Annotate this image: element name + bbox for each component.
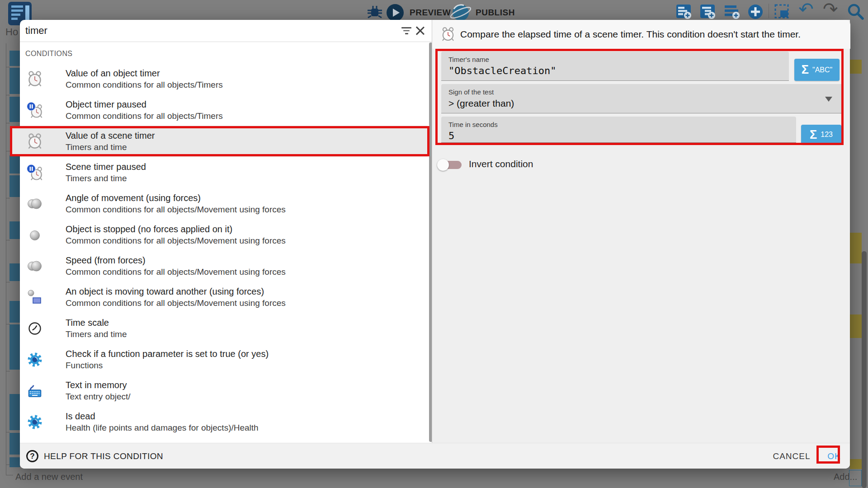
dropdown-arrow-icon[interactable] — [825, 97, 832, 102]
sigma-icon: Σ — [802, 63, 809, 77]
alarm-paused-icon — [26, 164, 43, 181]
condition-item[interactable]: Object timer pausedCommon conditions for… — [20, 94, 428, 126]
field-value[interactable]: 5 — [448, 130, 454, 141]
field-value[interactable]: > (greater than) — [448, 98, 514, 109]
field-label: Time in seconds — [448, 121, 498, 128]
condition-path: Common conditions for all objects/Moveme… — [66, 297, 286, 309]
number-expression-button[interactable]: Σ 123 — [801, 125, 841, 145]
clock-icon — [26, 320, 43, 337]
condition-title: Value of a scene timer — [66, 130, 155, 141]
condition-item[interactable]: Text in memoryText entry object/ — [20, 375, 428, 406]
search-events-icon[interactable] — [846, 3, 866, 21]
time-in-seconds-field[interactable]: Time in seconds 5 — [441, 117, 796, 143]
close-icon[interactable] — [414, 25, 426, 37]
event-row-line — [6, 240, 10, 240]
invert-condition-toggle-knob[interactable] — [437, 159, 449, 171]
add-comment-icon[interactable] — [723, 4, 741, 20]
condition-title: Angle of movement (using forces) — [66, 192, 286, 204]
debugger-icon — [365, 5, 384, 20]
ok-button[interactable]: OK — [821, 450, 847, 463]
publish-button[interactable]: PUBLISH — [476, 8, 515, 18]
condition-title: Speed (from forces) — [66, 254, 286, 266]
alarm-icon — [26, 70, 43, 88]
event-row-line — [6, 432, 10, 432]
paste-icon[interactable] — [774, 4, 791, 20]
condition-item[interactable]: Speed (from forces)Common conditions for… — [20, 250, 428, 282]
divider — [20, 42, 432, 42]
field-value[interactable]: "ObstacleCreation" — [448, 65, 556, 76]
home-tab: Ho — [5, 26, 18, 38]
add-event-icon[interactable] — [675, 4, 693, 20]
undo-icon[interactable]: ↶ — [798, 0, 814, 19]
event-row-line — [6, 465, 10, 465]
ball-object-icon — [26, 289, 43, 306]
condition-item[interactable]: Value of an object timerCommon condition… — [20, 63, 428, 94]
dimmed-action-block — [850, 459, 862, 469]
condition-item[interactable]: Value of a scene timerTimers and time — [20, 126, 428, 157]
condition-item[interactable]: Is deadHealth (life points and damages f… — [20, 406, 428, 437]
condition-title: Is dead — [66, 410, 259, 422]
condition-editor-panel: Compare the elapsed time of a scene time… — [432, 20, 850, 443]
condition-path: Timers and time — [66, 328, 127, 340]
balls-icon — [26, 258, 43, 275]
condition-title: Time scale — [66, 317, 127, 328]
balls-icon — [26, 195, 43, 212]
dimmed-condition-block — [9, 51, 20, 66]
condition-item[interactable]: An object is moving toward another (usin… — [20, 282, 428, 313]
preview-play-icon[interactable] — [386, 4, 404, 22]
events-corner-line — [6, 468, 13, 475]
dimmed-condition-block — [9, 324, 20, 370]
string-expression-button[interactable]: Σ "ABC" — [794, 59, 840, 81]
sign-of-test-field[interactable]: Sign of the test > (greater than) — [441, 84, 842, 113]
event-row-line — [6, 151, 10, 151]
condition-description-header: Compare the elapsed time of a scene time… — [432, 20, 850, 49]
condition-item[interactable]: Angle of movement (using forces)Common c… — [20, 188, 428, 219]
add-circle-icon[interactable] — [747, 4, 764, 20]
help-icon: ? — [26, 450, 38, 462]
condition-path: Common conditions for all objects/Moveme… — [66, 204, 286, 215]
dimmed-condition-block — [9, 175, 20, 197]
field-label: Sign of the test — [448, 88, 494, 96]
dimmed-action-block — [850, 60, 862, 74]
condition-item[interactable]: Object is stopped (no forces applied on … — [20, 219, 428, 250]
dimmed-condition-block — [9, 433, 20, 455]
dimmed-condition-block — [9, 221, 20, 239]
condition-path: Text entry object/ — [66, 391, 131, 402]
condition-title: Object is stopped (no forces applied on … — [66, 223, 286, 235]
timer-name-field[interactable]: Timer's name "ObstacleCreation" — [441, 52, 789, 81]
cancel-button[interactable]: CANCEL — [771, 450, 812, 463]
add-subevent-icon[interactable] — [699, 4, 717, 20]
condition-path: Timers and time — [66, 173, 146, 184]
search-row — [20, 20, 432, 42]
field-label: Timer's name — [448, 56, 489, 63]
keyboard-icon — [26, 382, 43, 399]
help-button[interactable]: ? HELP FOR THIS CONDITION — [26, 443, 163, 469]
conditions-list: Value of an object timerCommon condition… — [20, 63, 428, 440]
alarm-paused-icon — [26, 102, 43, 119]
toolbar-separator — [769, 4, 769, 18]
dialog-footer: ? HELP FOR THIS CONDITION CANCEL OK — [20, 443, 850, 469]
condition-item[interactable]: Time scaleTimers and time — [20, 313, 428, 344]
gear-icon — [26, 351, 43, 368]
dimmed-condition-block — [9, 394, 20, 430]
dimmed-condition-block — [9, 68, 20, 94]
dimmed-condition-block — [9, 457, 20, 467]
dimmed-condition-block — [9, 155, 20, 174]
filter-icon[interactable] — [401, 27, 412, 35]
condition-path: Health (life points and damages for obje… — [66, 422, 259, 433]
preview-button[interactable]: PREVIEW — [410, 8, 451, 18]
condition-path: Timers and time — [66, 141, 155, 153]
condition-path: Common conditions for all objects/Moveme… — [66, 235, 286, 246]
condition-path: Common conditions for all objects/Moveme… — [66, 266, 286, 277]
condition-item[interactable]: Scene timer pausedTimers and time — [20, 157, 428, 188]
condition-path: Common conditions for all objects/Timers — [66, 79, 223, 90]
condition-title: Object timer paused — [66, 99, 223, 110]
condition-item[interactable]: Check if a function parameter is set to … — [20, 344, 428, 375]
dimmed-condition-block — [9, 97, 20, 122]
invert-condition-row: Invert condition — [432, 155, 658, 174]
alarm-icon — [26, 133, 43, 150]
search-input[interactable] — [25, 23, 387, 38]
condition-path: Common conditions for all objects/Timers — [66, 110, 223, 122]
redo-icon[interactable]: ↷ — [823, 0, 838, 19]
gear-icon — [26, 413, 43, 431]
